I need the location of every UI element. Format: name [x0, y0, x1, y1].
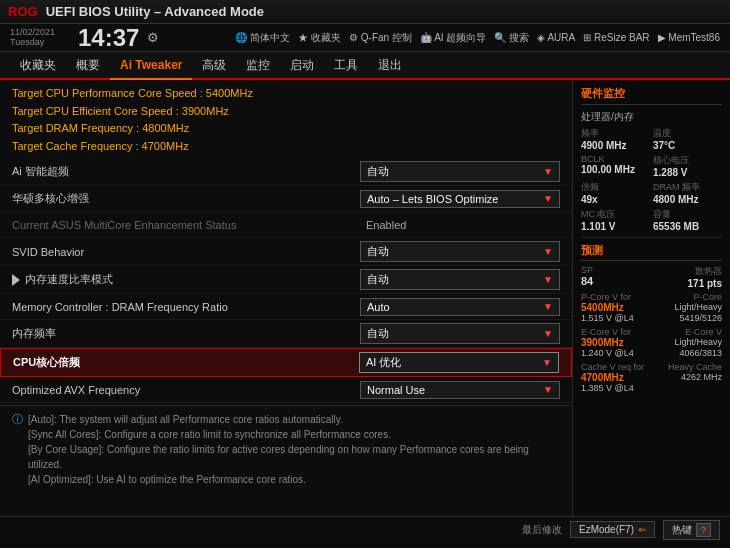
info-line-2: Target CPU Efficient Core Speed : 3900MH… [12, 103, 560, 121]
setting-label-cpu-ratio: CPU核心倍频 [13, 355, 359, 370]
ez-mode-label: EzMode(F7) [579, 524, 634, 535]
question-icon: ? [696, 523, 711, 537]
setting-row-mem-ratio: 内存速度比率模式 自动 ▼ [0, 266, 572, 294]
cursor-icon [12, 274, 20, 286]
setting-label-asus-status: Current ASUS MultiCore Enhancement Statu… [12, 219, 360, 231]
dropdown-arrow-8: ▼ [543, 384, 553, 395]
setting-row-ai-smart: Ai 智能超频 自动 ▼ [0, 158, 572, 186]
bios-title: UEFI BIOS Utility – Advanced Mode [46, 4, 264, 19]
aura-icon[interactable]: ◈ AURA [537, 32, 575, 43]
dropdown-arrow-0: ▼ [543, 166, 553, 177]
nav-item-monitor[interactable]: 监控 [236, 52, 280, 78]
setting-row-avx: Optimized AVX Frequency Normal Use ▼ [0, 377, 572, 403]
setting-label-mem-ratio: 内存速度比率模式 [25, 272, 360, 287]
setting-label-mc-ratio: Memory Controller : DRAM Frequency Ratio [12, 301, 360, 313]
nav-item-boot[interactable]: 启动 [280, 52, 324, 78]
prediction-title: 预测 [581, 243, 722, 261]
info-lines: Target CPU Performance Core Speed : 5400… [0, 80, 572, 158]
setting-value-mc-ratio: Auto [367, 301, 390, 313]
info-icon: ⓘ [12, 412, 23, 427]
note-line-2: [Sync All Cores]: Configure a core ratio… [28, 427, 560, 442]
note-line-4: [AI Optimized]: Use AI to optimize the P… [28, 472, 560, 487]
setting-label-avx: Optimized AVX Frequency [12, 384, 360, 396]
ai-guide-icon[interactable]: 🤖 AI 超频向导 [420, 31, 486, 45]
setting-row-mc-ratio: Memory Controller : DRAM Frequency Ratio… [0, 294, 572, 320]
right-panel: 硬件监控 处理器/内存 频率 4900 MHz 温度 37°C BCLK 100… [572, 80, 730, 516]
top-icons-bar: 🌐 简体中文 ★ 收藏夹 ⚙ Q-Fan 控制 🤖 AI 超频向导 🔍 搜索 ◈… [167, 31, 720, 45]
notes-section: ⓘ [Auto]: The system will adjust all Per… [0, 405, 572, 494]
setting-row-asus-status: Current ASUS MultiCore Enhancement Statu… [0, 212, 572, 238]
setting-select-mem-freq[interactable]: 自动 ▼ [360, 323, 560, 344]
predict-sp-row: SP 84 散热器 171 pts [581, 265, 722, 289]
setting-value-mem-freq: 自动 [367, 326, 389, 341]
setting-label-ai-smart: Ai 智能超频 [12, 164, 360, 179]
setting-value-asus-status: Enabled [360, 217, 560, 233]
time-display: 14:37 [78, 26, 139, 50]
dropdown-arrow-1: ▼ [543, 193, 553, 204]
setting-select-avx[interactable]: Normal Use ▼ [360, 381, 560, 399]
dropdown-arrow-3: ▼ [543, 246, 553, 257]
info-line-1: Target CPU Performance Core Speed : 5400… [12, 85, 560, 103]
setting-select-multicore[interactable]: Auto – Lets BIOS Optimize ▼ [360, 190, 560, 208]
setting-label-multicore: 华硕多核心增强 [12, 191, 360, 206]
predict-block-3: Cache V req for Heavy Cache 4700MHz 4262… [581, 362, 722, 393]
proc-stats-grid: 频率 4900 MHz 温度 37°C BCLK 100.00 MHz 核心电压… [581, 127, 722, 232]
hw-monitor-title: 硬件监控 [581, 86, 722, 105]
nav-item-favorites[interactable]: 收藏夹 [10, 52, 66, 78]
nav-item-tools[interactable]: 工具 [324, 52, 368, 78]
stat-multiplier: 倍频 49x [581, 181, 650, 205]
day-display: Tuesday [10, 38, 70, 48]
nav-item-overview[interactable]: 概要 [66, 52, 110, 78]
setting-label-svid: SVID Behavior [12, 246, 360, 258]
nav-item-advanced[interactable]: 高级 [192, 52, 236, 78]
ez-mode-button[interactable]: EzMode(F7) ⇐ [570, 521, 655, 538]
dropdown-arrow-5: ▼ [543, 301, 553, 312]
setting-select-cpu-ratio[interactable]: AI 优化 ▼ [359, 352, 559, 373]
note-line-3: [By Core Usage]: Configure the ratio lim… [28, 442, 560, 472]
setting-row-svid: SVID Behavior 自动 ▼ [0, 238, 572, 266]
dropdown-arrow-7: ▼ [542, 357, 552, 368]
main-layout: Target CPU Performance Core Speed : 5400… [0, 80, 730, 516]
info-line-3: Target DRAM Frequency : 4800MHz [12, 120, 560, 138]
bottom-bar: 最后修改 EzMode(F7) ⇐ 热键 ? [0, 516, 730, 542]
favorites-icon[interactable]: ★ 收藏夹 [298, 31, 341, 45]
predict-block-2: E-Core V for E-Core V 3900MHz Light/Heav… [581, 327, 722, 358]
setting-select-svid[interactable]: 自动 ▼ [360, 241, 560, 262]
setting-value-multicore: Auto – Lets BIOS Optimize [367, 193, 498, 205]
search-icon[interactable]: 🔍 搜索 [494, 31, 529, 45]
setting-select-mem-ratio[interactable]: 自动 ▼ [360, 269, 560, 290]
datetime-bar: 11/02/2021 Tuesday 14:37 ⚙ 🌐 简体中文 ★ 收藏夹 … [0, 24, 730, 52]
last-modified-label: 最后修改 [522, 523, 562, 537]
setting-row-cpu-ratio[interactable]: CPU核心倍频 AI 优化 ▼ [0, 348, 572, 377]
setting-select-mc-ratio[interactable]: Auto ▼ [360, 298, 560, 316]
lang-icon[interactable]: 🌐 简体中文 [235, 31, 290, 45]
hotkey-label: 热键 [672, 523, 692, 537]
proc-mem-section-title: 处理器/内存 [581, 110, 722, 124]
resizebar-icon[interactable]: ⊞ ReSize BAR [583, 32, 649, 43]
nav-item-aitweaker[interactable]: Ai Tweaker [110, 52, 192, 80]
setting-select-ai-smart[interactable]: 自动 ▼ [360, 161, 560, 182]
info-line-4: Target Cache Frequency : 4700MHz [12, 138, 560, 156]
nav-item-exit[interactable]: 退出 [368, 52, 412, 78]
predict-block-1: P-Core V for P-Core 5400MHz Light/Heavy … [581, 292, 722, 323]
stat-mc-voltage: MC 电压 1.101 V [581, 208, 650, 232]
nav-bar: 收藏夹 概要 Ai Tweaker 高级 监控 启动 工具 退出 [0, 52, 730, 80]
setting-label-mem-freq: 内存频率 [12, 326, 360, 341]
note-line-1: [Auto]: The system will adjust all Perfo… [28, 412, 560, 427]
hotkey-button[interactable]: 热键 ? [663, 520, 720, 540]
setting-row-multicore: 华硕多核心增强 Auto – Lets BIOS Optimize ▼ [0, 186, 572, 212]
left-panel: Target CPU Performance Core Speed : 5400… [0, 80, 572, 516]
setting-value-ai-smart: 自动 [367, 164, 389, 179]
stat-dram-freq: DRAM 频率 4800 MHz [653, 181, 722, 205]
stat-temp: 温度 37°C [653, 127, 722, 151]
setting-value-avx: Normal Use [367, 384, 425, 396]
qfan-icon[interactable]: ⚙ Q-Fan 控制 [349, 31, 412, 45]
setting-row-mem-freq: 内存频率 自动 ▼ [0, 320, 572, 348]
stat-freq: 频率 4900 MHz [581, 127, 650, 151]
setting-value-cpu-ratio: AI 优化 [366, 355, 401, 370]
setting-value-svid: 自动 [367, 244, 389, 259]
stat-core-voltage: 核心电压 1.288 V [653, 154, 722, 178]
settings-gear-icon[interactable]: ⚙ [147, 30, 159, 45]
memtest-icon[interactable]: ▶ MemTest86 [658, 32, 720, 43]
rog-logo: ROG [8, 4, 38, 19]
